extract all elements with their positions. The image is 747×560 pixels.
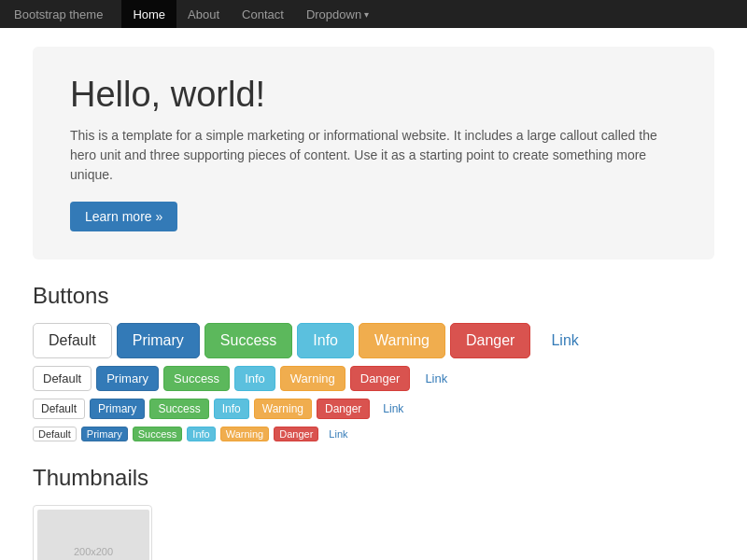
btn-info-lg[interactable]: Info: [297, 323, 354, 358]
hero-description: This is a template for a simple marketin…: [70, 126, 677, 185]
buttons-section: Buttons Default Primary Success Info War…: [33, 283, 714, 441]
btn-danger-xs[interactable]: Danger: [274, 427, 318, 441]
btn-default-md[interactable]: Default: [33, 366, 92, 391]
btn-default-xs[interactable]: Default: [33, 427, 77, 441]
nav-item-about[interactable]: About: [176, 0, 231, 28]
main-content: Hello, world! This is a template for a s…: [19, 28, 728, 560]
btn-primary-md[interactable]: Primary: [96, 366, 159, 391]
thumbnail-item[interactable]: 200x200: [33, 505, 152, 560]
hero-title: Hello, world!: [70, 75, 677, 115]
btn-info-md[interactable]: Info: [234, 366, 275, 391]
buttons-section-title: Buttons: [33, 283, 714, 309]
btn-warning-sm[interactable]: Warning: [254, 399, 312, 419]
jumbotron: Hello, world! This is a template for a s…: [33, 47, 714, 259]
btn-warning-xs[interactable]: Warning: [220, 427, 270, 441]
btn-danger-lg[interactable]: Danger: [450, 323, 530, 358]
btn-primary-sm[interactable]: Primary: [90, 399, 145, 419]
btn-info-xs[interactable]: Info: [187, 427, 215, 441]
nav-item-home[interactable]: Home: [121, 0, 176, 28]
chevron-down-icon: ▾: [364, 9, 369, 20]
btn-success-lg[interactable]: Success: [204, 323, 292, 358]
btn-success-md[interactable]: Success: [163, 366, 230, 391]
btn-warning-md[interactable]: Warning: [280, 366, 345, 391]
btn-success-sm[interactable]: Success: [149, 399, 208, 419]
thumbnails-section-title: Thumbnails: [33, 465, 714, 491]
navbar: Bootstrap theme Home About Contact Dropd…: [0, 0, 747, 28]
button-row-xsmall: Default Primary Success Info Warning Dan…: [33, 427, 714, 441]
btn-link-sm[interactable]: Link: [374, 399, 412, 419]
button-row-small: Default Primary Success Info Warning Dan…: [33, 399, 714, 419]
btn-success-xs[interactable]: Success: [133, 427, 183, 441]
btn-info-sm[interactable]: Info: [214, 399, 249, 419]
thumbnails-section: Thumbnails 200x200: [33, 465, 714, 560]
btn-warning-lg[interactable]: Warning: [359, 323, 445, 358]
btn-default-lg[interactable]: Default: [33, 323, 112, 358]
btn-default-sm[interactable]: Default: [33, 399, 85, 419]
nav-item-contact[interactable]: Contact: [231, 0, 295, 28]
btn-link-xs[interactable]: Link: [323, 427, 353, 441]
thumbnail-placeholder: 200x200: [37, 510, 149, 560]
learn-more-button[interactable]: Learn more »: [70, 202, 177, 231]
button-row-large: Default Primary Success Info Warning Dan…: [33, 323, 714, 358]
btn-danger-sm[interactable]: Danger: [317, 399, 370, 419]
nav-items: Home About Contact Dropdown ▾: [121, 0, 380, 28]
btn-danger-md[interactable]: Danger: [350, 366, 411, 391]
btn-primary-lg[interactable]: Primary: [117, 323, 200, 358]
nav-item-dropdown[interactable]: Dropdown ▾: [295, 0, 380, 28]
navbar-brand[interactable]: Bootstrap theme: [14, 7, 103, 21]
btn-link-md[interactable]: Link: [415, 366, 458, 391]
btn-link-lg[interactable]: Link: [535, 323, 594, 358]
button-row-medium: Default Primary Success Info Warning Dan…: [33, 366, 714, 391]
btn-primary-xs[interactable]: Primary: [81, 427, 128, 441]
